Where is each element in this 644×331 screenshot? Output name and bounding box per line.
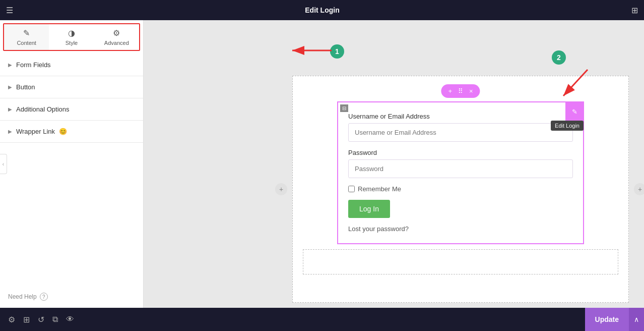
widget-toolbar: + ⠿ × <box>441 84 480 98</box>
password-label: Password <box>348 149 573 156</box>
add-section-right[interactable]: + <box>634 183 644 195</box>
remember-checkbox[interactable] <box>348 186 355 192</box>
canvas-area: 1 2 <box>144 20 644 308</box>
log-in-button[interactable]: Log In <box>348 200 390 218</box>
content-icon: ✎ <box>23 28 30 38</box>
chevron-right-icon-2: ▶ <box>8 84 12 90</box>
advanced-icon: ⚙ <box>113 28 120 38</box>
chevron-right-icon: ▶ <box>8 62 12 68</box>
edit-login-tooltip: Edit Login <box>551 121 584 131</box>
tab-style[interactable]: ◑ Style <box>49 24 94 50</box>
add-section-left[interactable]: + <box>275 183 287 195</box>
login-form: Username or Email Address Password Remem… <box>338 102 583 243</box>
collapse-handle[interactable]: ‹ <box>0 154 7 174</box>
grid-icon[interactable]: ⊞ <box>631 6 638 15</box>
tab-style-label: Style <box>66 40 78 46</box>
preview-icon[interactable]: 👁 <box>66 315 74 324</box>
page-title: Edit Login <box>305 6 339 14</box>
sidebar: ✎ Content ◑ Style ⚙ Advanced ▶ Form Fiel… <box>0 20 144 308</box>
layers-icon[interactable]: ⊞ <box>23 315 30 324</box>
username-input[interactable] <box>348 123 573 142</box>
widget-close-button[interactable]: × <box>467 86 475 96</box>
sidebar-item-wrapper-link[interactable]: ▶ Wrapper Link 😊 <box>0 121 143 143</box>
widget-add-button[interactable]: + <box>446 86 454 96</box>
button-label: Button <box>16 83 35 91</box>
outer-container: + + + ⠿ × ⊟ ✎ <box>292 76 629 303</box>
help-circle-icon: ? <box>40 293 48 301</box>
update-chevron-button[interactable]: ∧ <box>629 308 644 331</box>
responsive-icon[interactable]: ⧉ <box>52 315 58 324</box>
need-help-button[interactable]: Need Help ? <box>0 286 143 308</box>
style-icon: ◑ <box>68 28 75 38</box>
tab-bar: ✎ Content ◑ Style ⚙ Advanced <box>3 23 140 51</box>
edit-login-button[interactable]: ✎ <box>565 102 584 121</box>
lost-password-link[interactable]: Lost your password? <box>348 225 409 233</box>
widget-handle-icon: ⊟ <box>340 104 348 112</box>
annotation-2: 2 <box>552 50 566 65</box>
history-icon[interactable]: ↺ <box>38 315 44 324</box>
wrapper-link-emoji: 😊 <box>59 128 67 135</box>
tab-advanced-label: Advanced <box>104 40 129 46</box>
sidebar-item-additional-options[interactable]: ▶ Additional Options <box>0 98 143 121</box>
password-input[interactable] <box>348 159 573 178</box>
wrapper-link-label: Wrapper Link <box>16 128 55 135</box>
tab-content-label: Content <box>17 40 36 46</box>
update-button[interactable]: Update <box>585 308 629 331</box>
bottom-icons: ⚙ ⊞ ↺ ⧉ 👁 <box>0 315 82 324</box>
top-bar: ☰ Edit Login ⊞ <box>0 0 644 20</box>
main-layout: ✎ Content ◑ Style ⚙ Advanced ▶ Form Fiel… <box>0 20 644 308</box>
tab-advanced[interactable]: ⚙ Advanced <box>94 24 139 50</box>
additional-options-label: Additional Options <box>16 105 70 113</box>
bottom-right-actions: Update ∧ <box>585 308 644 331</box>
username-label: Username or Email Address <box>348 113 573 120</box>
remember-label: Remember Me <box>358 185 401 193</box>
bottom-section <box>303 249 618 274</box>
annotation-1: 1 <box>330 44 344 59</box>
bottom-bar: ⚙ ⊞ ↺ ⧉ 👁 Update ∧ <box>0 308 644 331</box>
login-widget: ⊟ ✎ Edit Login Username or Email Address… <box>337 101 584 244</box>
sidebar-item-form-fields[interactable]: ▶ Form Fields <box>0 54 143 76</box>
form-fields-label: Form Fields <box>16 61 51 69</box>
chevron-right-icon-4: ▶ <box>8 129 12 134</box>
tab-content[interactable]: ✎ Content <box>4 24 49 50</box>
settings-icon[interactable]: ⚙ <box>8 315 15 324</box>
remember-row: Remember Me <box>348 185 573 193</box>
hamburger-icon[interactable]: ☰ <box>6 6 13 15</box>
widget-drag-button[interactable]: ⠿ <box>456 86 465 96</box>
chevron-right-icon-3: ▶ <box>8 106 12 112</box>
need-help-label: Need Help <box>8 293 37 300</box>
sidebar-item-button[interactable]: ▶ Button <box>0 76 143 98</box>
